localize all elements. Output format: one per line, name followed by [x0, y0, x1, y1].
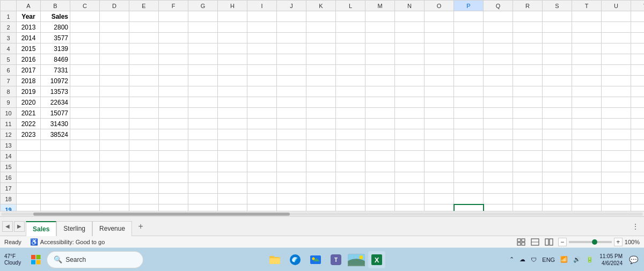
cell-j4[interactable]: [277, 43, 306, 54]
cell-b15[interactable]: [41, 162, 70, 172]
cell-f14[interactable]: [159, 151, 188, 162]
cell-d1[interactable]: [100, 11, 129, 22]
cell-d17[interactable]: [100, 183, 129, 194]
cell-v12[interactable]: [631, 129, 645, 140]
cell-k1[interactable]: [306, 11, 336, 22]
cell-n17[interactable]: [395, 183, 425, 194]
scrollbar-track[interactable]: [1, 213, 643, 216]
cell-j6[interactable]: [277, 65, 306, 76]
cell-j12[interactable]: [277, 129, 306, 140]
cell-d13[interactable]: [100, 140, 129, 151]
cell-u3[interactable]: [602, 33, 631, 43]
cell-i15[interactable]: [247, 162, 277, 172]
cell-c3[interactable]: [70, 33, 100, 43]
cell-o2[interactable]: [425, 22, 454, 33]
cell-u4[interactable]: [602, 43, 631, 54]
cell-k11[interactable]: [306, 119, 336, 129]
col-header-b[interactable]: B: [41, 1, 70, 11]
cell-d9[interactable]: [100, 97, 129, 108]
cell-n6[interactable]: [395, 65, 425, 76]
weather-widget[interactable]: 47°F Cloudy: [4, 253, 21, 266]
cell-s8[interactable]: [543, 86, 572, 97]
cell-u8[interactable]: [602, 86, 631, 97]
cell-h16[interactable]: [218, 172, 247, 183]
cell-m3[interactable]: [365, 33, 395, 43]
cell-e13[interactable]: [129, 140, 159, 151]
page-break-button[interactable]: [544, 237, 554, 247]
cell-o10[interactable]: [425, 108, 454, 119]
cell-c14[interactable]: [70, 151, 100, 162]
cell-j11[interactable]: [277, 119, 306, 129]
cell-q12[interactable]: [484, 129, 513, 140]
cell-o7[interactable]: [425, 76, 454, 86]
cell-i2[interactable]: [247, 22, 277, 33]
cell-e7[interactable]: [129, 76, 159, 86]
cell-h5[interactable]: [218, 54, 247, 65]
cell-r11[interactable]: [513, 119, 543, 129]
cell-c17[interactable]: [70, 183, 100, 194]
cell-k8[interactable]: [306, 86, 336, 97]
cell-e10[interactable]: [129, 108, 159, 119]
cell-t7[interactable]: [572, 76, 602, 86]
cell-i13[interactable]: [247, 140, 277, 151]
cell-c12[interactable]: [70, 129, 100, 140]
horizontal-scrollbar[interactable]: [0, 211, 644, 216]
cell-o5[interactable]: [425, 54, 454, 65]
cell-a18[interactable]: [17, 194, 41, 204]
cell-a16[interactable]: [17, 172, 41, 183]
cell-r15[interactable]: [513, 162, 543, 172]
cell-i10[interactable]: [247, 108, 277, 119]
cell-u1[interactable]: [602, 11, 631, 22]
cell-c11[interactable]: [70, 119, 100, 129]
cell-h7[interactable]: [218, 76, 247, 86]
cell-s3[interactable]: [543, 33, 572, 43]
cell-e15[interactable]: [129, 162, 159, 172]
cell-a6[interactable]: 2017: [17, 65, 41, 76]
cell-q5[interactable]: [484, 54, 513, 65]
cell-v14[interactable]: [631, 151, 645, 162]
cell-v19[interactable]: [631, 204, 645, 211]
col-header-s[interactable]: S: [543, 1, 572, 11]
cell-c5[interactable]: [70, 54, 100, 65]
cell-j19[interactable]: [277, 204, 306, 211]
cell-o18[interactable]: [425, 194, 454, 204]
chevron-up-icon[interactable]: ⌃: [508, 255, 516, 264]
cell-i3[interactable]: [247, 33, 277, 43]
cell-c2[interactable]: [70, 22, 100, 33]
cell-a10[interactable]: 2021: [17, 108, 41, 119]
cell-j18[interactable]: [277, 194, 306, 204]
cell-g14[interactable]: [188, 151, 218, 162]
cell-n3[interactable]: [395, 33, 425, 43]
cell-b14[interactable]: [41, 151, 70, 162]
cell-h10[interactable]: [218, 108, 247, 119]
cell-f5[interactable]: [159, 54, 188, 65]
cell-h2[interactable]: [218, 22, 247, 33]
cell-g4[interactable]: [188, 43, 218, 54]
cell-u9[interactable]: [602, 97, 631, 108]
tab-revenue[interactable]: Revenue: [92, 221, 132, 236]
cell-j13[interactable]: [277, 140, 306, 151]
cell-l19[interactable]: [336, 204, 365, 211]
cell-q10[interactable]: [484, 108, 513, 119]
cell-q9[interactable]: [484, 97, 513, 108]
cell-f7[interactable]: [159, 76, 188, 86]
cell-h6[interactable]: [218, 65, 247, 76]
cell-s17[interactable]: [543, 183, 572, 194]
cell-r10[interactable]: [513, 108, 543, 119]
cell-f2[interactable]: [159, 22, 188, 33]
cell-l11[interactable]: [336, 119, 365, 129]
cell-b1[interactable]: Sales: [41, 11, 70, 22]
cell-l14[interactable]: [336, 151, 365, 162]
cell-m19[interactable]: [365, 204, 395, 211]
cell-s16[interactable]: [543, 172, 572, 183]
cell-q11[interactable]: [484, 119, 513, 129]
cell-s2[interactable]: [543, 22, 572, 33]
cell-b4[interactable]: 3139: [41, 43, 70, 54]
cell-c13[interactable]: [70, 140, 100, 151]
cell-m17[interactable]: [365, 183, 395, 194]
cell-l2[interactable]: [336, 22, 365, 33]
cell-o11[interactable]: [425, 119, 454, 129]
cell-v2[interactable]: [631, 22, 645, 33]
cell-l13[interactable]: [336, 140, 365, 151]
add-sheet-button[interactable]: +: [134, 220, 147, 233]
